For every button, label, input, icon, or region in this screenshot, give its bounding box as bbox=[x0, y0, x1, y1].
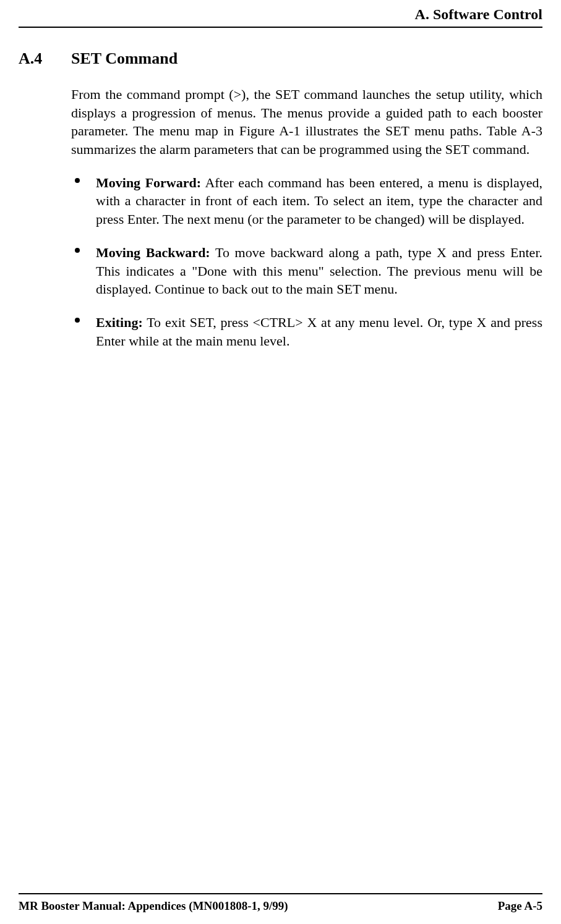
bullet-icon bbox=[75, 248, 80, 253]
section-heading: A.4 SET Command bbox=[19, 49, 542, 68]
page-content: A.4 SET Command From the command prompt … bbox=[19, 43, 542, 365]
footer-rule bbox=[19, 893, 542, 894]
bullet-label: Exiting: bbox=[96, 315, 143, 330]
page-header: A. Software Control bbox=[19, 6, 542, 28]
list-item: Moving Forward: After each command has b… bbox=[71, 174, 542, 229]
intro-paragraph: From the command prompt (>), the SET com… bbox=[71, 85, 542, 159]
document-page: A. Software Control A.4 SET Command From… bbox=[0, 0, 561, 924]
bullet-label: Moving Forward: bbox=[96, 175, 201, 190]
page-footer: MR Booster Manual: Appendices (MN001808-… bbox=[19, 893, 542, 913]
footer-right: Page A-5 bbox=[498, 899, 542, 913]
footer-left: MR Booster Manual: Appendices (MN001808-… bbox=[19, 899, 288, 913]
bullet-icon bbox=[75, 318, 80, 323]
section-number: A.4 bbox=[19, 49, 71, 68]
body-block: From the command prompt (>), the SET com… bbox=[71, 85, 542, 350]
bullet-text: To exit SET, press <CTRL> X at any menu … bbox=[96, 315, 542, 349]
footer-row: MR Booster Manual: Appendices (MN001808-… bbox=[19, 899, 542, 913]
bullet-list: Moving Forward: After each command has b… bbox=[71, 174, 542, 350]
header-title: A. Software Control bbox=[19, 6, 542, 25]
list-item: Moving Backward: To move backward along … bbox=[71, 244, 542, 299]
section-title: SET Command bbox=[71, 49, 542, 68]
bullet-icon bbox=[75, 178, 80, 183]
bullet-label: Moving Backward: bbox=[96, 245, 210, 260]
list-item: Exiting: To exit SET, press <CTRL> X at … bbox=[71, 313, 542, 350]
header-rule bbox=[19, 27, 542, 28]
